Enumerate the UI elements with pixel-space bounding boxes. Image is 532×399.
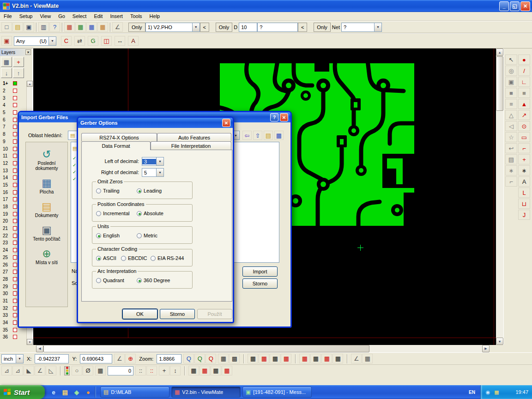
task-viewmate[interactable]: ▦V2.bin - ViewMate [171,387,241,398]
scroll-left-icon[interactable]: ◀ [36,345,43,352]
ok-button[interactable]: OK [122,309,157,319]
net-combo[interactable]: ? ▼ [341,23,382,32]
y-coordinate-field[interactable]: 0.690643 [80,354,112,363]
chevron-down-icon[interactable]: ▼ [156,169,163,176]
radio-icon[interactable] [96,211,101,216]
swap-icon[interactable]: ⇄ [74,36,85,46]
radio-absolute[interactable]: Absolute [137,211,163,216]
horizontal-scroll-thumb[interactable] [43,345,369,352]
layer-color-swatch[interactable] [13,270,17,274]
dcode-table-icon[interactable]: ▦ [86,22,97,32]
layer-color-swatch[interactable] [13,139,17,144]
up-folder-icon[interactable]: ⇧ [253,131,262,140]
layer-color-swatch[interactable] [13,226,17,230]
layers-panel-header[interactable]: Layers ✕ [0,48,32,56]
radio-eia-rs244[interactable]: EIA RS-244 [151,255,184,261]
corner-tool-icon[interactable]: ⌐ [505,176,517,187]
file-check-icon[interactable]: ✓ [73,156,76,161]
frame-tool-icon[interactable]: ▭ [518,132,530,142]
radio-icon[interactable] [96,278,101,283]
tab-file-interpretation[interactable]: File Interpretation [151,141,231,150]
layer-color-swatch[interactable] [13,197,17,201]
minimize-button[interactable]: _ [499,1,509,11]
chevron-down-icon[interactable]: ▼ [48,37,56,45]
views-icon[interactable]: ▦ [274,131,284,140]
restore-button[interactable]: ◱ [510,1,520,11]
vertical-scroll-thumb[interactable] [496,56,503,111]
radio-icon[interactable] [137,278,142,283]
layers-grid-icon[interactable]: ▦ [1,57,12,67]
layer-color-swatch[interactable] [13,190,17,194]
layer-color-swatch[interactable] [13,89,17,93]
hook-tool-icon[interactable]: J [518,210,530,220]
save-icon[interactable]: ▣ [24,22,34,32]
snap-grid-icon[interactable]: ▦ [95,366,106,375]
array-icon[interactable]: ▦ [362,354,373,363]
layer-color-swatch[interactable] [13,255,17,260]
route-tool-icon[interactable]: ⌐ [518,143,530,153]
group-mode-icon[interactable]: G [88,36,98,46]
trace-filter-icon[interactable]: ▦ [332,354,343,363]
dcode-query-input[interactable]: ? [257,23,298,32]
cancel-button[interactable]: Storno [242,278,278,289]
layer-color-swatch[interactable] [13,103,17,107]
only-layer-toggle[interactable]: Only [128,23,145,32]
tab-data-format[interactable]: Data Format [81,141,151,150]
trace-filter-icon[interactable]: ▦ [321,354,332,363]
help-button[interactable]: ? [270,113,278,121]
fill-tool-icon[interactable]: ■ [505,88,517,98]
radio-icon[interactable] [137,188,142,193]
menu-setup[interactable]: Setup [16,13,36,19]
layer-color-swatch[interactable] [13,154,17,158]
place-recent-documents[interactable]: ↺Poslední dokumenty [26,148,67,171]
layer-color-swatch[interactable] [13,205,17,209]
radio-icon[interactable] [151,256,156,261]
layer-color-swatch[interactable] [13,306,17,310]
sample-icon[interactable]: ▦ [211,366,221,375]
open-file-icon[interactable]: ▤ [12,22,23,32]
radio-metric[interactable]: Metric [137,233,157,238]
prev-layer-button[interactable]: < [200,23,209,32]
update-tray-icon[interactable]: ▦ [493,389,500,396]
zoom-field[interactable]: 1.8866 [157,354,181,363]
zoom-in-icon[interactable]: Q [194,354,205,363]
layer-color-swatch[interactable] [13,219,17,223]
origin-icon[interactable]: ⊕ [125,354,136,363]
layer-row-1+[interactable]: 1+ [0,80,26,87]
film-box-icon[interactable]: ▦ [97,22,108,32]
place-network[interactable]: ⊕Místa v síti [26,248,67,265]
pad-filter-icon[interactable]: ▦ [259,354,269,363]
layer-color-swatch[interactable] [13,320,17,325]
import-button[interactable]: Import [242,266,278,277]
hatch-tool-icon[interactable]: ≡ [505,99,517,109]
chevron-down-icon[interactable]: ▼ [16,355,23,363]
pan-icon[interactable]: ↕ [170,366,181,375]
text-mode-icon[interactable]: A [128,36,139,46]
angle-tool-icon[interactable]: ∟ [518,77,530,87]
pad-filter-icon[interactable]: ▦ [281,354,291,363]
layer-row-36[interactable]: 36 [0,333,26,341]
horizontal-scrollbar[interactable]: ◀ ▶ [0,345,532,352]
layer-color-swatch[interactable] [13,169,17,173]
print-icon[interactable]: ▥ [38,22,49,32]
layer-color-swatch[interactable] [13,118,17,122]
layer-color-swatch[interactable] [13,110,17,115]
crosshair-icon[interactable]: + [159,366,169,375]
file-check-icon[interactable]: ✓ [73,163,76,168]
radio-leading[interactable]: Leading [137,188,162,193]
trace-filter-icon[interactable]: ▦ [310,354,321,363]
scroll-up-icon[interactable]: ▲ [27,81,33,87]
layer-color-swatch[interactable] [13,291,17,296]
layer-color-swatch[interactable] [13,263,17,267]
skew-icon[interactable]: ∠ [351,354,362,363]
radio-icon[interactable] [96,256,101,261]
tab-rs274x-options[interactable]: RS274-X Options [81,133,157,141]
star-tool-icon[interactable]: ☆ [505,132,517,142]
layer-color-swatch[interactable] [13,161,17,165]
layer-color-swatch[interactable] [13,248,17,252]
layer-color-swatch[interactable] [13,328,17,332]
grid-dots-icon[interactable]: ▩ [229,354,240,363]
vertical-scrollbar[interactable]: ▲ ▼ [496,48,503,345]
close-button[interactable]: ✕ [222,119,230,127]
right-decimal-combo[interactable]: 5 ▼ [142,168,164,177]
